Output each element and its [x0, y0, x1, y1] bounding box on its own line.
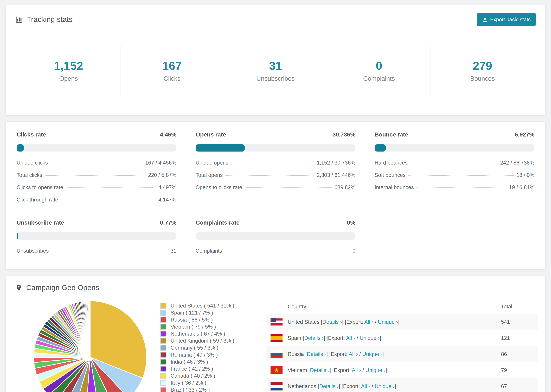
geo-table-row: Vietnam [Details ›] [Export: All › / Uni…	[266, 362, 538, 378]
total-column-header: Total	[501, 304, 538, 310]
rate-stat-label: Total opens	[196, 172, 223, 178]
legend-swatch	[160, 352, 166, 358]
legend-item: United States ( 541 / 31% )	[160, 302, 241, 309]
rate-value: 4.46%	[160, 131, 177, 138]
details-link[interactable]: Details ›	[310, 367, 329, 373]
export-all-link[interactable]: All ›	[346, 335, 355, 341]
rate-rows: Unique clicks167 / 4.456%Total clicks220…	[17, 160, 177, 203]
stat-label: Opens	[19, 75, 118, 82]
legend-label: Vietnam ( 79 / 5% )	[171, 324, 216, 330]
rate-stat-value: 0	[353, 248, 355, 254]
bar-chart-icon	[15, 15, 23, 23]
legend-swatch	[160, 345, 166, 351]
legend-item: India ( 46 / 3% )	[160, 358, 241, 365]
rate-progress-fill	[17, 144, 24, 152]
export-unique-link[interactable]: Unique ›	[360, 335, 380, 341]
rate-progress-bar	[196, 144, 355, 152]
details-link[interactable]: Details ›	[322, 319, 342, 325]
rate-stat-row: Opens to clicks rate689.82%	[196, 184, 355, 190]
rate-block-bounce-rate: Bounce rate6.927%Hard bounces242 / 86.73…	[374, 131, 534, 203]
rate-value: 0.77%	[160, 219, 177, 226]
dotted-leader	[231, 163, 314, 163]
rate-progress-fill	[17, 232, 18, 240]
geo-title: Campaign Geo Opens	[26, 284, 99, 292]
rate-progress-bar	[374, 144, 534, 152]
geo-country-cell: United States [Details ›] [Export: All ›…	[288, 319, 501, 325]
rate-block-clicks-rate: Clicks rate4.46%Unique clicks167 / 4.456…	[17, 131, 177, 203]
rate-stat-value: 18 / 0%	[516, 172, 534, 178]
rate-stat-value: 19 / 6.81%	[509, 184, 534, 190]
export-unique-link[interactable]: Unique ›	[362, 351, 382, 357]
legend-swatch	[160, 310, 166, 316]
legend-item: Germany ( 55 / 3% )	[160, 344, 241, 351]
export-all-link[interactable]: All ›	[352, 367, 361, 373]
details-link[interactable]: Details ›	[307, 351, 326, 357]
export-prefix: ] [Export:	[339, 383, 361, 389]
rate-stat-row: Hard bounces242 / 86.738%	[374, 160, 534, 166]
rate-value: 6.927%	[515, 131, 534, 138]
dotted-leader	[51, 163, 142, 163]
link-separator: /	[358, 351, 362, 357]
dotted-leader	[61, 200, 156, 200]
legend-item: Netherlands ( 67 / 4% )	[160, 330, 241, 337]
rate-title: Unsubscribe rate	[17, 219, 64, 226]
tracking-stats-header: Tracking stats Export basic stats	[6, 5, 545, 33]
dotted-leader	[408, 175, 514, 176]
rate-progress-bar	[17, 232, 177, 240]
tracking-stats-card: Tracking stats Export basic stats 1,152O…	[6, 5, 545, 115]
bracket-close: ]	[382, 351, 384, 357]
legend-label: Netherlands ( 67 / 4% )	[171, 331, 225, 337]
legend-item: France ( 42 / 2% )	[160, 365, 241, 372]
export-all-link[interactable]: All ›	[361, 383, 370, 389]
stat-cell-opens: 1,152Opens	[17, 44, 120, 98]
legend-label: United States ( 541 / 31% )	[171, 303, 234, 309]
legend-label: Romania ( 49 / 3% )	[171, 352, 218, 358]
rate-stat-label: Hard bounces	[374, 160, 408, 166]
rate-block-unsubscribe-rate: Unsubscribe rate0.77%Unsubscribes31	[17, 219, 177, 254]
export-all-link[interactable]: All ›	[349, 351, 358, 357]
flag-icon-ru	[270, 350, 283, 358]
geo-country-cell: Spain [Details ›] [Export: All › / Uniqu…	[288, 335, 501, 341]
rate-stat-label: Click through rate	[17, 197, 58, 203]
legend-label: Russia ( 86 / 5% )	[171, 317, 213, 323]
stat-value: 31	[226, 59, 325, 72]
legend-swatch	[160, 317, 166, 323]
rate-block-opens-rate: Opens rate30.736%Unique opens1,152 / 30.…	[196, 131, 355, 203]
details-link[interactable]: Details ›	[319, 383, 339, 389]
rate-stat-value: 2,303 / 61.446%	[317, 172, 355, 178]
stat-value: 167	[122, 59, 222, 72]
rate-stat-value: 31	[171, 248, 177, 254]
legend-item: Russia ( 86 / 5% )	[160, 316, 241, 323]
legend-label: Canada ( 40 / 2% )	[171, 373, 215, 379]
flag-icon-es	[270, 334, 283, 342]
bracket-close: ]	[385, 367, 387, 373]
legend-item: Canada ( 40 / 2% )	[160, 372, 241, 379]
rate-title: Opens rate	[196, 131, 226, 138]
rate-stat-row: Unique clicks167 / 4.456%	[17, 160, 177, 166]
tracking-stats-title: Tracking stats	[27, 15, 72, 24]
export-unique-link[interactable]: Unique ›	[378, 319, 398, 325]
export-basic-stats-button[interactable]: Export basic stats	[477, 13, 536, 26]
export-unique-link[interactable]: Unique ›	[365, 367, 385, 373]
rate-stat-label: Complaints	[196, 248, 222, 254]
rate-stat-row: Total opens2,303 / 61.446%	[196, 172, 355, 178]
export-unique-link[interactable]: Unique ›	[374, 383, 395, 389]
stat-label: Complaints	[329, 75, 429, 82]
rate-rows: Hard bounces242 / 86.738%Soft bounces18 …	[374, 160, 534, 190]
export-all-link[interactable]: All ›	[364, 319, 373, 325]
geo-total-cell: 121	[501, 335, 538, 341]
legend-label: France ( 42 / 2% )	[171, 366, 213, 372]
geo-table-header: Country Total	[266, 299, 538, 314]
geo-table-row: United States [Details ›] [Export: All ›…	[266, 314, 538, 330]
geo-country-cell: Russia [Details ›] [Export: All › / Uniq…	[288, 351, 501, 357]
details-link[interactable]: Details ›	[304, 335, 324, 341]
stat-label: Bounces	[433, 75, 532, 82]
geo-country-cell: Vietnam [Details ›] [Export: All › / Uni…	[288, 367, 501, 373]
export-prefix: ] [Export:	[342, 319, 364, 325]
country-name: Netherlands [	[288, 383, 319, 389]
rate-progress-fill	[374, 144, 386, 152]
rate-stat-row: Clicks to opens rate14.497%	[17, 184, 177, 190]
legend-item: Vietnam ( 79 / 5% )	[160, 323, 241, 330]
flag-icon-vn	[270, 366, 283, 374]
rate-stat-row: Unique opens1,152 / 30.736%	[196, 160, 355, 166]
